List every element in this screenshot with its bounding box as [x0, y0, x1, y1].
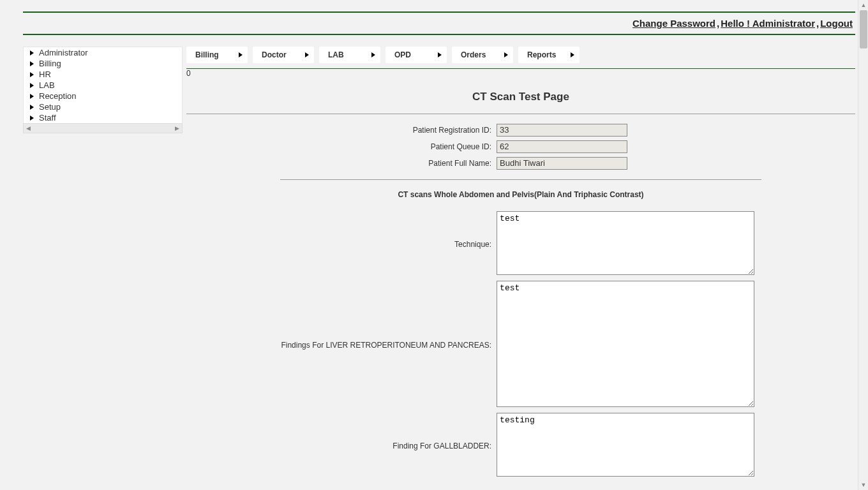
chevron-right-icon [30, 61, 34, 66]
tab-opd[interactable]: OPD [385, 47, 447, 63]
change-password-link[interactable]: Change Password [632, 18, 715, 29]
sidebar-scrollbar[interactable]: ◀ ▶ [23, 123, 183, 133]
technique-textarea[interactable] [497, 211, 754, 275]
chevron-right-icon [438, 52, 442, 57]
findings-gall-textarea[interactable] [497, 413, 754, 477]
stray-text: 0 [186, 69, 855, 78]
sidebar-item-label: HR [39, 70, 51, 79]
sidebar-item-label: Staff [39, 113, 56, 122]
sidebar-item-label: Administrator [39, 48, 88, 57]
sidebar-item-billing[interactable]: Billing [24, 58, 182, 69]
sidebar-item-staff[interactable]: Staff [24, 112, 182, 123]
tab-label: Billing [195, 50, 219, 59]
window-scrollbar[interactable]: ▲ ▼ [858, 0, 868, 490]
chevron-right-icon [305, 52, 309, 57]
mid-divider [23, 34, 855, 35]
chevron-right-icon [504, 52, 508, 57]
scroll-up-icon[interactable]: ▲ [858, 0, 868, 10]
full-name-label: Patient Full Name: [186, 155, 494, 172]
sidebar-item-label: Setup [39, 102, 61, 112]
tab-label: Orders [461, 50, 486, 59]
chevron-right-icon [30, 50, 34, 56]
tab-label: Doctor [262, 50, 287, 59]
sidebar-item-label: LAB [39, 80, 55, 90]
sidebar-item-lab[interactable]: LAB [24, 80, 182, 91]
tab-reports[interactable]: Reports [518, 47, 580, 63]
findings-gall-label: Finding For GALLBLADDER: [186, 411, 494, 480]
findings-liver-textarea[interactable] [497, 281, 754, 407]
chevron-right-icon [239, 52, 243, 57]
sidebar-item-label: Billing [39, 59, 61, 68]
findings-liver-label: Findings For LIVER RETROPERITONEUM AND P… [186, 279, 494, 411]
tab-billing[interactable]: Billing [186, 47, 248, 63]
page-title: CT Scan Test Page [186, 91, 855, 103]
tab-label: OPD [394, 50, 411, 59]
chevron-right-icon [30, 72, 34, 77]
tab-lab[interactable]: LAB [319, 47, 380, 63]
scan-form-table: Technique: Findings For LIVER RETROPERIT… [186, 209, 855, 480]
main-content: Billing Doctor LAB OPD Orders [186, 38, 855, 480]
scroll-right-icon[interactable]: ▶ [175, 125, 179, 131]
inner-divider [280, 179, 762, 180]
chevron-right-icon [30, 83, 34, 88]
sidebar-item-setup[interactable]: Setup [24, 101, 182, 112]
patient-info-table: Patient Registration ID: 33 Patient Queu… [186, 122, 855, 172]
reg-id-label: Patient Registration ID: [186, 122, 494, 138]
sidebar-panel: Administrator Billing HR LAB Reception [23, 47, 183, 123]
sidebar-item-label: Reception [39, 91, 77, 101]
chevron-right-icon [30, 94, 34, 99]
chevron-right-icon [371, 52, 375, 57]
sidebar-item-administrator[interactable]: Administrator [24, 47, 182, 58]
sidebar-item-reception[interactable]: Reception [24, 91, 182, 101]
logout-link[interactable]: Logout [820, 18, 853, 29]
topbar: Change Password, Hello ! Administrator ,… [23, 13, 855, 34]
queue-id-label: Patient Queue ID: [186, 138, 494, 155]
tab-orders[interactable]: Orders [452, 47, 513, 63]
user-greeting-link[interactable]: Hello ! Administrator [721, 18, 815, 29]
sidebar: Administrator Billing HR LAB Reception [23, 38, 183, 133]
queue-id-value: 62 [497, 140, 627, 153]
sidebar-item-hr[interactable]: HR [24, 69, 182, 80]
chevron-right-icon [30, 105, 34, 110]
section-divider [186, 114, 855, 114]
scroll-thumb[interactable] [860, 10, 867, 48]
reg-id-value: 33 [497, 124, 627, 137]
tab-label: LAB [328, 50, 344, 59]
technique-label: Technique: [186, 209, 494, 279]
chevron-right-icon [571, 52, 574, 57]
tab-label: Reports [527, 50, 556, 59]
scan-heading: CT scans Whole Abdomen and Pelvis(Plain … [186, 190, 855, 199]
full-name-value: Budhi Tiwari [497, 157, 627, 170]
chevron-right-icon [30, 115, 34, 121]
tab-bar: Billing Doctor LAB OPD Orders [186, 38, 855, 68]
scroll-left-icon[interactable]: ◀ [26, 125, 31, 131]
scroll-down-icon[interactable]: ▼ [858, 480, 868, 490]
tab-doctor[interactable]: Doctor [253, 47, 314, 63]
